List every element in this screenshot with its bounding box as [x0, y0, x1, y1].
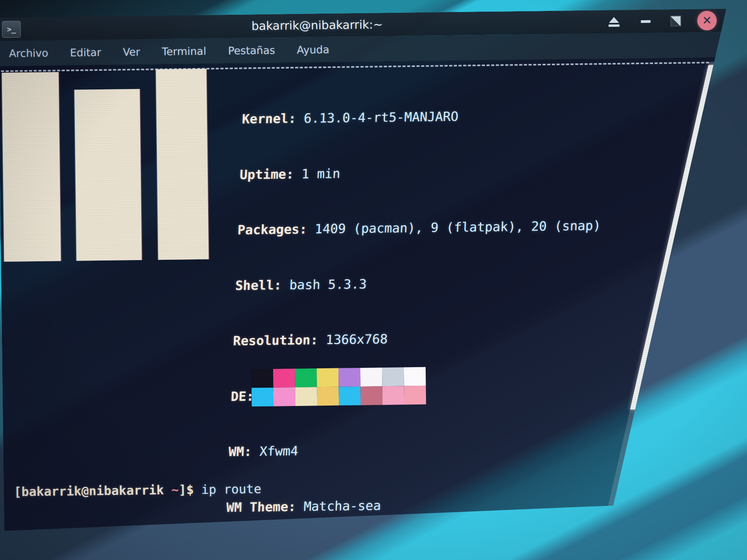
scrollbar-thumb[interactable]: [630, 65, 720, 410]
palette-swatch: [251, 369, 274, 388]
close-button[interactable]: ✕: [695, 9, 719, 33]
menu-ver[interactable]: Ver: [114, 39, 148, 65]
scrollbar-track[interactable]: [607, 62, 721, 511]
palette-swatch: [317, 387, 339, 406]
palette-swatch: [404, 386, 426, 405]
menu-pestanas[interactable]: Pestañas: [220, 38, 284, 63]
menu-editar[interactable]: Editar: [62, 40, 110, 65]
palette-swatch: [360, 368, 382, 387]
terminal-app-icon[interactable]: >_: [2, 21, 21, 38]
color-palette: [251, 367, 426, 406]
window-title: bakarrik@nibakarrik:~: [173, 12, 461, 39]
palette-swatch: [382, 386, 405, 405]
palette-swatch: [295, 387, 317, 406]
palette-swatch: [382, 368, 404, 387]
palette-row-normal: [251, 367, 426, 388]
minimize-button[interactable]: [633, 9, 658, 33]
command-text: ip route: [194, 481, 261, 497]
manjaro-logo-block: [2, 72, 61, 262]
menu-ayuda[interactable]: Ayuda: [289, 37, 338, 63]
prompt-line-command: [bakarrik@nibakarrik ~]$ ip route: [14, 476, 591, 501]
terminal-body[interactable]: Kernel:6.13.0-4-rt5-MANJARO Uptime:1 min…: [0, 58, 735, 533]
close-icon: ✕: [697, 11, 717, 31]
terminal-window: >_ bakarrik@nibakarrik:~ ✕ Archivo Edita…: [0, 9, 735, 533]
palette-swatch: [338, 368, 361, 387]
desktop-wallpaper: { "window": { "title": "bakarrik@nibakar…: [0, 0, 747, 560]
palette-swatch: [274, 387, 296, 406]
shade-button[interactable]: [602, 10, 626, 33]
maximize-button[interactable]: [664, 9, 688, 33]
menu-archivo[interactable]: Archivo: [1, 40, 57, 66]
minimize-icon: [641, 20, 651, 23]
shade-icon: [609, 17, 619, 23]
manjaro-logo-block: [74, 89, 142, 261]
palette-swatch: [339, 387, 361, 406]
fetch-line: Theme:Matcha-sea [GTK2/3]: [224, 549, 588, 560]
manjaro-logo-block: [156, 69, 209, 260]
fetch-line: Uptime:1 min: [239, 161, 603, 184]
palette-swatch: [404, 367, 426, 386]
shell-session: [bakarrik@nibakarrik ~]$ ip route defaul…: [13, 441, 593, 560]
palette-swatch: [295, 368, 317, 387]
menu-terminal[interactable]: Terminal: [154, 38, 215, 64]
route-output-line: default via 192.168.1.1 dev enp4s0 proto…: [14, 529, 592, 553]
palette-swatch: [252, 388, 274, 407]
palette-row-bright: [252, 386, 426, 406]
fetch-line: Kernel:6.13.0-4-rt5-MANJARO: [242, 105, 606, 128]
fetch-line: Shell:bash 5.3.3: [235, 272, 599, 295]
fetch-line: Resolution:1366x768: [233, 327, 597, 350]
maximize-icon: [671, 16, 680, 26]
palette-swatch: [361, 386, 383, 405]
palette-swatch: [273, 369, 295, 388]
palette-swatch: [317, 368, 339, 387]
fetch-line: Packages:1409 (pacman), 9 (flatpak), 20 …: [237, 216, 601, 239]
